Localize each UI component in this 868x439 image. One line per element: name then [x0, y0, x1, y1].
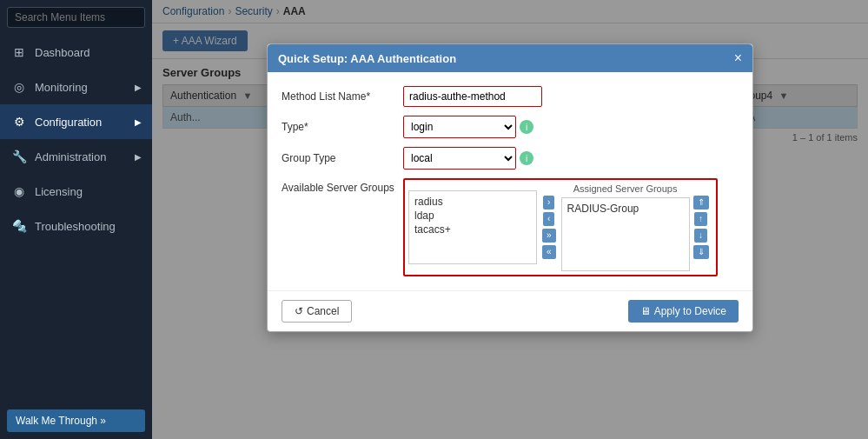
dialog-overlay: Quick Setup: AAA Authentication × Method… — [152, 0, 868, 439]
sidebar-item-label: Dashboard — [35, 46, 90, 59]
walk-me-through-button[interactable]: Walk Me Through » — [7, 409, 145, 432]
group-type-select[interactable]: local radius tacacs+ ldap — [403, 147, 516, 170]
available-panel: radius ldap tacacs+ — [408, 190, 537, 264]
chevron-right-icon: ▶ — [135, 152, 142, 162]
sidebar-item-administration[interactable]: 🔧 Administration ▶ — [0, 139, 152, 174]
list-item: ldap — [413, 209, 533, 223]
dialog: Quick Setup: AAA Authentication × Method… — [267, 43, 753, 332]
dialog-title: Quick Setup: AAA Authentication — [278, 52, 456, 65]
available-server-groups-label: Available Server Groups — [282, 178, 403, 194]
apply-label: Apply to Device — [654, 305, 726, 317]
order-down-button[interactable]: ↓ — [694, 229, 707, 243]
dashboard-icon: ⊞ — [10, 43, 28, 61]
assigned-group-list[interactable]: RADIUS-Group — [561, 197, 690, 271]
type-row: Type* login enable ppp i — [282, 116, 739, 138]
dialog-header: Quick Setup: AAA Authentication × — [268, 44, 752, 72]
assigned-panel: Assigned Server Groups RADIUS-Group — [561, 183, 690, 271]
sidebar-search-container — [0, 0, 152, 35]
chevron-right-icon: ▶ — [135, 117, 142, 127]
method-list-name-label: Method List Name* — [282, 90, 403, 103]
type-select-wrap: login enable ppp i — [403, 116, 533, 138]
type-label: Type* — [282, 121, 403, 133]
group-type-info-icon[interactable]: i — [520, 151, 533, 165]
main-content: Configuration › Security › AAA + AAA Wiz… — [152, 0, 868, 439]
order-top-button[interactable]: ⇑ — [693, 196, 709, 210]
sidebar-item-configuration[interactable]: ⚙ Configuration ▶ — [0, 104, 152, 139]
groups-panels: radius ldap tacacs+ › ‹ » « — [403, 178, 718, 276]
dialog-close-button[interactable]: × — [734, 51, 742, 65]
sidebar: ⊞ Dashboard ◎ Monitoring ▶ ⚙ Configurati… — [0, 0, 152, 439]
transfer-all-right-button[interactable]: » — [542, 229, 556, 243]
list-item: radius — [413, 195, 533, 209]
sidebar-item-label: Administration — [35, 150, 106, 163]
cancel-label: Cancel — [307, 305, 339, 317]
walk-me-label: Walk Me Through » — [16, 415, 106, 427]
transfer-right-button[interactable]: › — [543, 196, 554, 210]
order-bottom-button[interactable]: ⇓ — [693, 245, 709, 259]
list-item: tacacs+ — [413, 223, 533, 236]
transfer-left-button[interactable]: ‹ — [543, 212, 554, 226]
group-type-label: Group Type — [282, 152, 403, 164]
order-buttons: ⇑ ↑ ↓ ⇓ — [690, 196, 712, 259]
server-groups-row: Available Server Groups radius ldap taca… — [282, 178, 739, 276]
method-list-name-input[interactable] — [403, 86, 542, 107]
assigned-panel-title: Assigned Server Groups — [561, 183, 690, 194]
sidebar-item-label: Troubleshooting — [35, 220, 116, 233]
troubleshooting-icon: 🔩 — [10, 217, 28, 235]
sidebar-item-dashboard[interactable]: ⊞ Dashboard — [0, 35, 152, 70]
apply-to-device-button[interactable]: 🖥 Apply to Device — [628, 300, 739, 323]
method-list-name-row: Method List Name* — [282, 86, 739, 107]
list-item: RADIUS-Group — [566, 202, 686, 216]
monitoring-icon: ◎ — [10, 78, 28, 96]
group-type-select-wrap: local radius tacacs+ ldap i — [403, 147, 533, 170]
administration-icon: 🔧 — [10, 148, 28, 165]
cancel-icon: ↺ — [295, 305, 303, 317]
cancel-button[interactable]: ↺ Cancel — [282, 300, 352, 323]
sidebar-item-label: Licensing — [35, 185, 83, 198]
sidebar-item-troubleshooting[interactable]: 🔩 Troubleshooting — [0, 209, 152, 243]
sidebar-item-licensing[interactable]: ◉ Licensing — [0, 174, 152, 209]
search-input[interactable] — [7, 7, 145, 28]
type-info-icon[interactable]: i — [520, 120, 533, 134]
dialog-body: Method List Name* Type* login enable ppp… — [268, 72, 752, 290]
sidebar-item-label: Monitoring — [35, 81, 88, 94]
order-up-button[interactable]: ↑ — [694, 212, 707, 226]
apply-icon: 🖥 — [640, 305, 651, 317]
group-type-row: Group Type local radius tacacs+ ldap i — [282, 147, 739, 170]
chevron-right-icon: ▶ — [135, 83, 142, 92]
dialog-footer: ↺ Cancel 🖥 Apply to Device — [268, 290, 752, 331]
configuration-icon: ⚙ — [10, 113, 28, 130]
transfer-all-left-button[interactable]: « — [542, 245, 556, 259]
available-group-list[interactable]: radius ldap tacacs+ — [408, 190, 537, 264]
transfer-buttons: › ‹ » « — [537, 196, 561, 259]
licensing-icon: ◉ — [10, 183, 28, 200]
sidebar-item-monitoring[interactable]: ◎ Monitoring ▶ — [0, 70, 152, 104]
type-select[interactable]: login enable ppp — [403, 116, 516, 138]
sidebar-item-label: Configuration — [35, 116, 102, 129]
